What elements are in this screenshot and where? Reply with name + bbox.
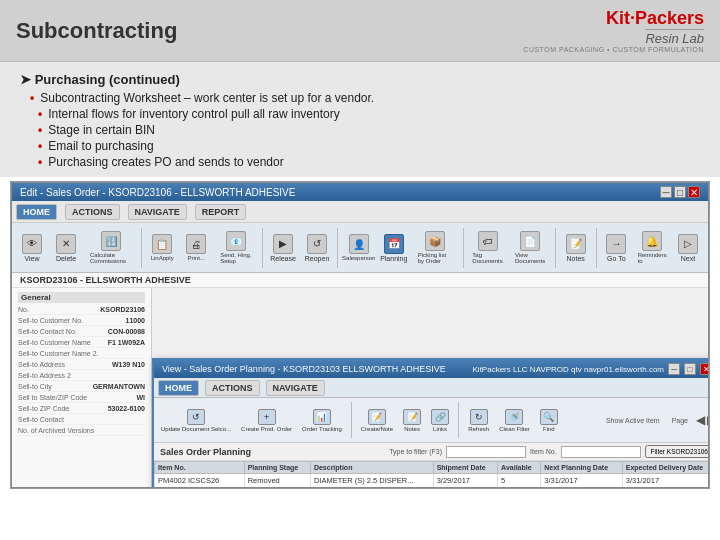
reopen-icon: ↺ xyxy=(307,234,327,254)
separator-6 xyxy=(596,228,597,268)
minimize-btn[interactable]: ─ xyxy=(660,186,672,198)
tab-actions[interactable]: ACTIONS xyxy=(65,204,120,220)
next-page-btn[interactable]: ▶ xyxy=(707,413,708,427)
filter-input-f3[interactable] xyxy=(446,446,526,458)
next-icon: ▷ xyxy=(678,234,698,254)
inner-titlebar: View - Sales Order Planning - KSORD23103… xyxy=(154,360,708,378)
field-state: Sell to State/ZIP Code WI xyxy=(18,394,145,403)
refresh-icon: ↻ xyxy=(470,409,488,425)
planning-table-container: Item No. Planning Stage Description Ship… xyxy=(154,461,708,487)
row1-description: DIAMETER (S) 2.5 DISPER... xyxy=(310,474,433,488)
close-btn[interactable]: ✕ xyxy=(688,186,700,198)
left-panel: General No. KSORD23106 Sell-to Customer … xyxy=(12,288,152,487)
toolbar-print[interactable]: 🖨 Print... xyxy=(182,232,210,263)
create-note-icon: 📝 xyxy=(368,409,386,425)
inner-tab-home[interactable]: HOME xyxy=(158,380,199,396)
col-next-planning: Next Planning Date xyxy=(541,462,623,474)
toolbar-linapply[interactable]: 📋 LinApply xyxy=(148,232,176,263)
toolbar-picking[interactable]: 📦 Picking list by Order xyxy=(414,229,457,266)
field-customer-name: Sell-to Customer Name F1 1W092A xyxy=(18,339,145,348)
filter-input-item-no[interactable] xyxy=(561,446,641,458)
row1-next-planning: 3/31/2017 xyxy=(541,474,623,488)
toolbar-notes[interactable]: 📝 Notes xyxy=(562,232,590,264)
tab-navigate[interactable]: NAVIGATE xyxy=(128,204,187,220)
filter-button[interactable]: Filter KSORD23106 xyxy=(645,445,708,458)
logo-tagline: CUSTOM PACKAGING • CUSTOM FORMULATION xyxy=(523,46,704,53)
separator-1 xyxy=(141,228,142,268)
send-icon: 📧 xyxy=(226,231,246,251)
row1-available: 5 xyxy=(498,474,541,488)
field-sellto-contact: Sell-to Contact xyxy=(18,416,145,425)
planning-icon: 📅 xyxy=(384,234,404,254)
show-active-item: Show Active Item xyxy=(602,417,664,424)
outer-titlebar: Edit - Sales Order - KSORD23106 - ELLSWO… xyxy=(12,183,708,201)
inner-minimize-btn[interactable]: ─ xyxy=(668,363,680,375)
tab-home[interactable]: HOME xyxy=(16,204,57,220)
separator-3 xyxy=(337,228,338,268)
tracking-icon: 📊 xyxy=(313,409,331,425)
inner-btn-tracking[interactable]: 📊 Order Tracking xyxy=(299,408,345,433)
release-icon: ▶ xyxy=(273,234,293,254)
panel-section-general: General xyxy=(18,292,145,303)
delete-icon: ✕ xyxy=(56,234,76,254)
col-item-no: Item No. xyxy=(155,462,245,474)
linapply-icon: 📋 xyxy=(152,234,172,254)
toolbar-salesperson[interactable]: 👤 Salesperson xyxy=(344,232,374,263)
toolbar-view[interactable]: 👁 View xyxy=(18,232,46,264)
table-row[interactable]: PM4002 ICSCS26 Removed DIAMETER (S) 2.5 … xyxy=(155,474,709,488)
sub-bullet-3: Email to purchasing xyxy=(38,139,700,153)
links-icon: 🔗 xyxy=(431,409,449,425)
inner-window-title: View - Sales Order Planning - KSORD23103… xyxy=(162,364,446,374)
toolbar-calc-comm[interactable]: 🔢 Calculate Commissions xyxy=(86,229,135,266)
section-title: Purchasing (continued) xyxy=(35,72,180,87)
toolbar-reminders[interactable]: 🔔 Reminders to xyxy=(636,229,668,266)
separator-4 xyxy=(463,228,464,268)
toolbar-release[interactable]: ▶ Release xyxy=(269,232,297,264)
toolbar-reopen[interactable]: ↺ Reopen xyxy=(303,232,331,264)
inner-notes-icon: 📝 xyxy=(403,409,421,425)
maximize-btn[interactable]: □ xyxy=(674,186,686,198)
inner-btn-create-note[interactable]: 📝 Create/Note xyxy=(358,408,396,433)
inner-btn-notes[interactable]: 📝 Notes xyxy=(400,408,424,433)
outer-window-controls: ─ □ ✕ xyxy=(660,186,700,198)
inner-btn-refresh[interactable]: ↻ Refresh xyxy=(465,408,492,433)
inner-tab-actions[interactable]: ACTIONS xyxy=(205,380,260,396)
prev-page-btn[interactable]: ◀ xyxy=(696,413,705,427)
sub-bullet-1: Internal flows for inventory control pul… xyxy=(38,107,700,121)
inner-tab-navigate[interactable]: NAVIGATE xyxy=(266,380,325,396)
outer-ribbon: HOME ACTIONS NAVIGATE REPORT xyxy=(12,201,708,223)
header: Subcontracting Kit·Packers Resin Lab CUS… xyxy=(0,0,720,62)
inner-btn-find[interactable]: 🔍 Find xyxy=(537,408,561,433)
toolbar-send[interactable]: 📧 Send, Hing. Setup xyxy=(216,229,256,266)
inner-btn-links[interactable]: 🔗 Links xyxy=(428,408,452,433)
toolbar-goto[interactable]: → Go To xyxy=(602,232,630,264)
row1-shipment: 3/29/2017 xyxy=(433,474,497,488)
toolbar-view-docs[interactable]: 📄 View Documents xyxy=(511,229,549,266)
inner-separator-2 xyxy=(458,402,459,438)
find-icon: 🔍 xyxy=(540,409,558,425)
inner-btn-clean-filter[interactable]: 🚿 Clean Filter xyxy=(496,408,533,433)
inner-maximize-btn[interactable]: □ xyxy=(684,363,696,375)
toolbar-planning[interactable]: 📅 Planning xyxy=(380,232,408,264)
filter-area: Type to filter (F3) Item No. Filter KSOR… xyxy=(389,445,708,458)
outer-window-title: Edit - Sales Order - KSORD23106 - ELLSWO… xyxy=(20,187,295,198)
inner-window: View - Sales Order Planning - KSORD23103… xyxy=(152,358,708,487)
toolbar-delete[interactable]: ✕ Delete xyxy=(52,232,80,264)
toolbar-tag-docs[interactable]: 🏷 Tag Documents xyxy=(470,229,506,266)
page-nav: ◀ ▶ xyxy=(696,413,708,427)
notes-icon: 📝 xyxy=(566,234,586,254)
inner-btn-update[interactable]: ↺ Update Document Selco... xyxy=(158,408,234,433)
tab-report[interactable]: REPORT xyxy=(195,204,247,220)
row1-planning: Removed xyxy=(244,474,310,488)
content-section: ➤ Purchasing (continued) Subcontracting … xyxy=(0,62,720,177)
titlebar-info: KitPackers LLC NAVPROD qtv navpr01.ellsw… xyxy=(473,363,708,375)
col-shipment: Shipment Date xyxy=(433,462,497,474)
item-no-label: Item No. xyxy=(530,448,556,455)
toolbar-next[interactable]: ▷ Next xyxy=(674,232,702,264)
col-available: Available xyxy=(498,462,541,474)
filter-label: Type to filter (F3) xyxy=(389,448,442,455)
inner-close-btn[interactable]: ✕ xyxy=(700,363,708,375)
goto-icon: → xyxy=(606,234,626,254)
inner-btn-create-prod[interactable]: + Create Prod. Order xyxy=(238,408,295,433)
update-icon: ↺ xyxy=(187,409,205,425)
